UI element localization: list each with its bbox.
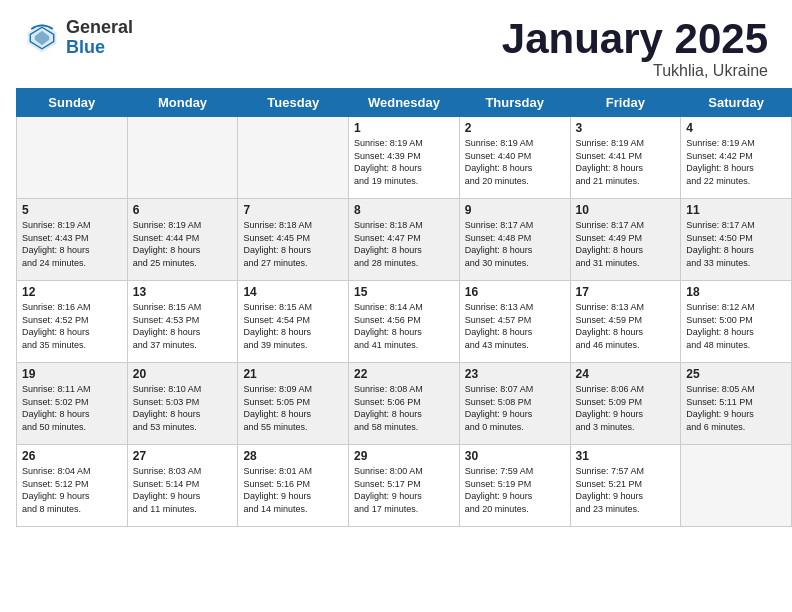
day-info: Sunrise: 8:00 AM Sunset: 5:17 PM Dayligh… (354, 465, 454, 515)
day-number: 12 (22, 285, 122, 299)
day-info: Sunrise: 8:19 AM Sunset: 4:40 PM Dayligh… (465, 137, 565, 187)
table-row: 1Sunrise: 8:19 AM Sunset: 4:39 PM Daylig… (349, 117, 460, 199)
table-row: 12Sunrise: 8:16 AM Sunset: 4:52 PM Dayli… (17, 281, 128, 363)
table-row: 31Sunrise: 7:57 AM Sunset: 5:21 PM Dayli… (570, 445, 681, 527)
calendar-week-row: 26Sunrise: 8:04 AM Sunset: 5:12 PM Dayli… (17, 445, 792, 527)
day-number: 19 (22, 367, 122, 381)
calendar-week-row: 1Sunrise: 8:19 AM Sunset: 4:39 PM Daylig… (17, 117, 792, 199)
day-number: 13 (133, 285, 233, 299)
day-info: Sunrise: 8:14 AM Sunset: 4:56 PM Dayligh… (354, 301, 454, 351)
table-row: 21Sunrise: 8:09 AM Sunset: 5:05 PM Dayli… (238, 363, 349, 445)
table-row (127, 117, 238, 199)
day-number: 27 (133, 449, 233, 463)
table-row: 23Sunrise: 8:07 AM Sunset: 5:08 PM Dayli… (459, 363, 570, 445)
day-number: 22 (354, 367, 454, 381)
table-row: 29Sunrise: 8:00 AM Sunset: 5:17 PM Dayli… (349, 445, 460, 527)
table-row: 19Sunrise: 8:11 AM Sunset: 5:02 PM Dayli… (17, 363, 128, 445)
table-row (238, 117, 349, 199)
day-info: Sunrise: 8:18 AM Sunset: 4:47 PM Dayligh… (354, 219, 454, 269)
day-number: 18 (686, 285, 786, 299)
table-row (681, 445, 792, 527)
day-info: Sunrise: 8:01 AM Sunset: 5:16 PM Dayligh… (243, 465, 343, 515)
calendar-week-row: 19Sunrise: 8:11 AM Sunset: 5:02 PM Dayli… (17, 363, 792, 445)
day-number: 3 (576, 121, 676, 135)
day-number: 5 (22, 203, 122, 217)
day-info: Sunrise: 8:16 AM Sunset: 4:52 PM Dayligh… (22, 301, 122, 351)
day-number: 11 (686, 203, 786, 217)
page-header: General Blue January 2025 Tukhlia, Ukrai… (0, 0, 792, 88)
table-row: 6Sunrise: 8:19 AM Sunset: 4:44 PM Daylig… (127, 199, 238, 281)
table-row: 7Sunrise: 8:18 AM Sunset: 4:45 PM Daylig… (238, 199, 349, 281)
header-thursday: Thursday (459, 89, 570, 117)
day-number: 28 (243, 449, 343, 463)
table-row: 4Sunrise: 8:19 AM Sunset: 4:42 PM Daylig… (681, 117, 792, 199)
day-number: 20 (133, 367, 233, 381)
calendar-week-row: 5Sunrise: 8:19 AM Sunset: 4:43 PM Daylig… (17, 199, 792, 281)
day-info: Sunrise: 8:19 AM Sunset: 4:42 PM Dayligh… (686, 137, 786, 187)
day-number: 23 (465, 367, 565, 381)
day-number: 9 (465, 203, 565, 217)
day-number: 16 (465, 285, 565, 299)
table-row: 27Sunrise: 8:03 AM Sunset: 5:14 PM Dayli… (127, 445, 238, 527)
table-row: 22Sunrise: 8:08 AM Sunset: 5:06 PM Dayli… (349, 363, 460, 445)
table-row: 13Sunrise: 8:15 AM Sunset: 4:53 PM Dayli… (127, 281, 238, 363)
day-number: 14 (243, 285, 343, 299)
table-row: 18Sunrise: 8:12 AM Sunset: 5:00 PM Dayli… (681, 281, 792, 363)
table-row: 26Sunrise: 8:04 AM Sunset: 5:12 PM Dayli… (17, 445, 128, 527)
header-monday: Monday (127, 89, 238, 117)
day-info: Sunrise: 8:11 AM Sunset: 5:02 PM Dayligh… (22, 383, 122, 433)
day-info: Sunrise: 8:08 AM Sunset: 5:06 PM Dayligh… (354, 383, 454, 433)
table-row: 3Sunrise: 8:19 AM Sunset: 4:41 PM Daylig… (570, 117, 681, 199)
header-sunday: Sunday (17, 89, 128, 117)
day-number: 31 (576, 449, 676, 463)
day-number: 2 (465, 121, 565, 135)
day-number: 15 (354, 285, 454, 299)
logo: General Blue (24, 18, 133, 58)
day-info: Sunrise: 8:12 AM Sunset: 5:00 PM Dayligh… (686, 301, 786, 351)
day-number: 25 (686, 367, 786, 381)
day-info: Sunrise: 8:05 AM Sunset: 5:11 PM Dayligh… (686, 383, 786, 433)
day-number: 8 (354, 203, 454, 217)
day-info: Sunrise: 8:13 AM Sunset: 4:59 PM Dayligh… (576, 301, 676, 351)
day-info: Sunrise: 8:17 AM Sunset: 4:48 PM Dayligh… (465, 219, 565, 269)
calendar-week-row: 12Sunrise: 8:16 AM Sunset: 4:52 PM Dayli… (17, 281, 792, 363)
day-number: 1 (354, 121, 454, 135)
table-row: 28Sunrise: 8:01 AM Sunset: 5:16 PM Dayli… (238, 445, 349, 527)
day-info: Sunrise: 8:19 AM Sunset: 4:41 PM Dayligh… (576, 137, 676, 187)
day-info: Sunrise: 8:06 AM Sunset: 5:09 PM Dayligh… (576, 383, 676, 433)
logo-blue: Blue (66, 38, 133, 58)
subtitle: Tukhlia, Ukraine (502, 62, 768, 80)
table-row: 8Sunrise: 8:18 AM Sunset: 4:47 PM Daylig… (349, 199, 460, 281)
table-row: 10Sunrise: 8:17 AM Sunset: 4:49 PM Dayli… (570, 199, 681, 281)
day-info: Sunrise: 8:13 AM Sunset: 4:57 PM Dayligh… (465, 301, 565, 351)
table-row: 14Sunrise: 8:15 AM Sunset: 4:54 PM Dayli… (238, 281, 349, 363)
table-row: 2Sunrise: 8:19 AM Sunset: 4:40 PM Daylig… (459, 117, 570, 199)
day-info: Sunrise: 8:19 AM Sunset: 4:44 PM Dayligh… (133, 219, 233, 269)
day-info: Sunrise: 8:17 AM Sunset: 4:50 PM Dayligh… (686, 219, 786, 269)
day-info: Sunrise: 8:15 AM Sunset: 4:54 PM Dayligh… (243, 301, 343, 351)
day-number: 6 (133, 203, 233, 217)
table-row: 5Sunrise: 8:19 AM Sunset: 4:43 PM Daylig… (17, 199, 128, 281)
day-number: 26 (22, 449, 122, 463)
day-info: Sunrise: 8:17 AM Sunset: 4:49 PM Dayligh… (576, 219, 676, 269)
logo-text: General Blue (66, 18, 133, 58)
table-row: 9Sunrise: 8:17 AM Sunset: 4:48 PM Daylig… (459, 199, 570, 281)
day-info: Sunrise: 8:07 AM Sunset: 5:08 PM Dayligh… (465, 383, 565, 433)
calendar-table: Sunday Monday Tuesday Wednesday Thursday… (16, 88, 792, 527)
table-row: 30Sunrise: 7:59 AM Sunset: 5:19 PM Dayli… (459, 445, 570, 527)
weekday-header-row: Sunday Monday Tuesday Wednesday Thursday… (17, 89, 792, 117)
header-saturday: Saturday (681, 89, 792, 117)
calendar-wrap: Sunday Monday Tuesday Wednesday Thursday… (0, 88, 792, 535)
day-info: Sunrise: 8:18 AM Sunset: 4:45 PM Dayligh… (243, 219, 343, 269)
day-info: Sunrise: 8:03 AM Sunset: 5:14 PM Dayligh… (133, 465, 233, 515)
day-number: 4 (686, 121, 786, 135)
day-info: Sunrise: 8:10 AM Sunset: 5:03 PM Dayligh… (133, 383, 233, 433)
table-row: 16Sunrise: 8:13 AM Sunset: 4:57 PM Dayli… (459, 281, 570, 363)
table-row: 11Sunrise: 8:17 AM Sunset: 4:50 PM Dayli… (681, 199, 792, 281)
table-row (17, 117, 128, 199)
day-info: Sunrise: 7:59 AM Sunset: 5:19 PM Dayligh… (465, 465, 565, 515)
day-info: Sunrise: 8:15 AM Sunset: 4:53 PM Dayligh… (133, 301, 233, 351)
header-friday: Friday (570, 89, 681, 117)
day-number: 21 (243, 367, 343, 381)
day-info: Sunrise: 7:57 AM Sunset: 5:21 PM Dayligh… (576, 465, 676, 515)
